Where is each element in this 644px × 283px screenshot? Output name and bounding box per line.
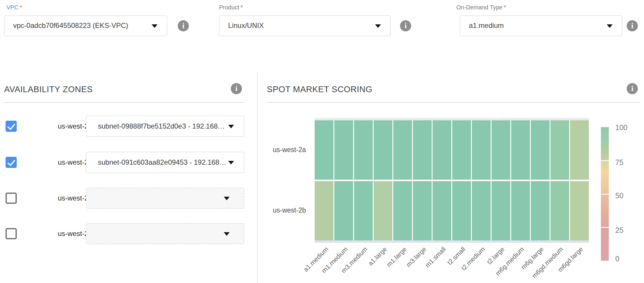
zone-checkbox[interactable] <box>6 228 17 239</box>
subnet-select[interactable] <box>86 188 244 209</box>
heatmap-cell-us-west-2b-m1.large[interactable] <box>393 181 412 240</box>
zone-checkbox[interactable] <box>6 157 17 168</box>
heatmap-cell-us-west-2a-m6g.large[interactable] <box>531 120 550 180</box>
product-required-mark: * <box>240 4 243 11</box>
spot-market-scoring-title: SPOT MARKET SCORING <box>267 85 372 94</box>
heatmap-cell-us-west-2a-m1.small[interactable] <box>433 120 451 180</box>
zone-checkbox[interactable] <box>6 121 17 132</box>
heatmap-cell-us-west-2a-m6gd.medium[interactable] <box>550 120 569 180</box>
page: VPC* vpc-0adcb70f645508223 (EKS-VPC) i P… <box>0 0 644 283</box>
subnet-select-value: subnet-09888f7be5152d0e3 - 192.168… <box>86 116 244 137</box>
chevron-down-icon <box>224 197 230 200</box>
colorbar-tick-label: 100 <box>615 123 628 132</box>
colorbar-tick-label: 25 <box>615 226 623 235</box>
heatmap-cell-us-west-2b-m6g.medium[interactable] <box>511 181 530 240</box>
colorbar-tick-label: 0 <box>615 255 619 263</box>
heatmap-cell-us-west-2b-m1.medium[interactable] <box>334 181 353 240</box>
on-demand-type-select-value: a1.medium <box>460 16 622 35</box>
heatmap-row-label: us-west-2a <box>253 146 306 154</box>
heatmap-cell-us-west-2b-t2.small[interactable] <box>452 181 471 240</box>
vpc-label: VPC* <box>6 4 22 11</box>
chevron-down-icon <box>607 24 613 28</box>
chevron-down-icon <box>228 161 234 164</box>
on-demand-type-label: On-Demand Type* <box>456 4 506 11</box>
heatmap-cell-us-west-2a-m3.medium[interactable] <box>354 120 373 180</box>
heatmap-row-label: us-west-2b <box>253 206 306 214</box>
chevron-down-icon <box>152 24 157 28</box>
heatmap-x-label: m3.large <box>405 245 428 269</box>
availability-zones-divider <box>4 102 244 103</box>
subnet-select[interactable]: subnet-091c603aa82e09453 - 192.168… <box>86 152 244 173</box>
vpc-info-icon[interactable]: i <box>178 20 189 31</box>
heatmap-x-axis-labels: a1.mediumm1.mediumm3.mediuma1.largem1.la… <box>315 245 589 283</box>
panel-divider <box>257 72 257 283</box>
product-info-icon[interactable]: i <box>400 20 411 31</box>
subnet-select[interactable] <box>86 223 244 244</box>
product-select-value: Linux/UNIX <box>219 16 390 35</box>
heatmap-cell-us-west-2b-m1.small[interactable] <box>433 181 451 240</box>
heatmap-cell-us-west-2a-t2.large[interactable] <box>492 120 510 180</box>
heatmap-cell-us-west-2a-m1.medium[interactable] <box>334 120 353 180</box>
heatmap-row <box>315 120 589 180</box>
chevron-down-icon <box>224 232 230 236</box>
subnet-select-value: subnet-091c603aa82e09453 - 192.168… <box>86 152 244 173</box>
heatmap-x-label: a1.large <box>367 245 389 267</box>
heatmap-row <box>315 181 589 240</box>
heatmap-cell-us-west-2b-m6gd.large[interactable] <box>570 181 589 240</box>
chevron-down-icon <box>375 24 381 28</box>
vpc-label-text: VPC <box>6 4 18 11</box>
vpc-select-value: vpc-0adcb70f645508223 (EKS-VPC) <box>4 16 167 35</box>
heatmap-cell-us-west-2a-a1.medium[interactable] <box>315 120 333 180</box>
subnet-select[interactable]: subnet-09888f7be5152d0e3 - 192.168… <box>86 116 244 137</box>
on-demand-type-info-icon[interactable]: i <box>627 20 638 31</box>
heatmap-cell-us-west-2a-m1.large[interactable] <box>393 120 412 180</box>
zone-row: us-west-2a subnet-09888f7be5152d0e3 - 19… <box>0 116 257 137</box>
spot-market-scoring-divider <box>267 102 640 103</box>
heatmap-top-edge <box>315 118 589 120</box>
heatmap-cell-us-west-2a-t2.medium[interactable] <box>472 120 491 180</box>
heatmap-cell-us-west-2b-t2.large[interactable] <box>492 181 510 240</box>
heatmap-cell-us-west-2b-m6g.large[interactable] <box>531 181 550 240</box>
heatmap-cell-us-west-2a-t2.small[interactable] <box>452 120 471 180</box>
product-label-text: Product <box>219 4 239 11</box>
zone-row: us-west-2b subnet-091c603aa82e09453 - 19… <box>0 152 257 173</box>
availability-zones-info-icon[interactable]: i <box>231 83 242 94</box>
heatmap-cell-us-west-2a-m6gd.large[interactable] <box>570 120 589 180</box>
colorbar-tick <box>601 160 609 161</box>
vpc-select[interactable]: vpc-0adcb70f645508223 (EKS-VPC) <box>4 16 167 36</box>
colorbar-tick-label: 50 <box>615 191 623 200</box>
colorbar-tick <box>601 227 609 228</box>
heatmap-cell-us-west-2b-t2.medium[interactable] <box>472 181 491 240</box>
on-demand-type-required-mark: * <box>504 4 506 11</box>
zone-checkbox[interactable] <box>6 193 17 204</box>
product-label: Product* <box>219 4 243 11</box>
heatmap-x-label: m1.large <box>385 245 408 269</box>
heatmap-cell-us-west-2a-a1.large[interactable] <box>374 120 392 180</box>
heatmap-x-label: m1.small <box>424 245 448 269</box>
vpc-required-mark: * <box>20 4 22 11</box>
heatmap-grid <box>315 120 589 240</box>
heatmap-cell-us-west-2a-m6g.medium[interactable] <box>511 120 530 180</box>
heatmap-cell-us-west-2b-m3.large[interactable] <box>413 181 432 240</box>
heatmap-cell-us-west-2b-m6gd.medium[interactable] <box>550 181 569 240</box>
heatmap-colorbar <box>601 127 609 261</box>
heatmap-cell-us-west-2b-a1.large[interactable] <box>374 181 392 240</box>
product-select[interactable]: Linux/UNIX <box>219 16 391 36</box>
on-demand-type-select[interactable]: a1.medium <box>460 16 622 36</box>
heatmap-cell-us-west-2b-m3.medium[interactable] <box>354 181 373 240</box>
availability-zones-title: AVAILABILITY ZONES <box>4 85 93 94</box>
colorbar-tick-label: 75 <box>615 158 623 167</box>
heatmap-cell-us-west-2b-a1.medium[interactable] <box>315 181 333 240</box>
colorbar-tick <box>601 194 609 195</box>
chevron-down-icon <box>228 125 234 128</box>
heatmap-bottom-edge <box>315 240 589 243</box>
on-demand-type-label-text: On-Demand Type <box>456 4 503 11</box>
zone-row: us-west-2c <box>0 188 257 209</box>
zone-row: us-west-2d <box>0 223 257 244</box>
heatmap-cell-us-west-2a-m3.large[interactable] <box>413 120 432 180</box>
spot-market-scoring-info-icon[interactable]: i <box>627 83 638 94</box>
